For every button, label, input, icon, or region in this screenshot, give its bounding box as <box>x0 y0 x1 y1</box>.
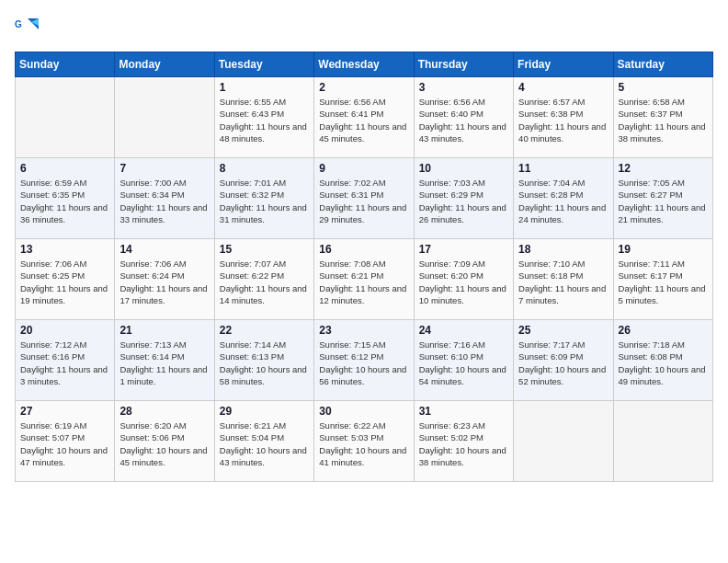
cell-info: Sunrise: 7:06 AM Sunset: 6:25 PM Dayligh… <box>20 258 109 306</box>
week-row-4: 20Sunrise: 7:12 AM Sunset: 6:16 PM Dayli… <box>16 320 713 401</box>
logo: G <box>15 15 44 40</box>
calendar-cell: 2Sunrise: 6:56 AM Sunset: 6:41 PM Daylig… <box>314 77 414 158</box>
week-row-3: 13Sunrise: 7:06 AM Sunset: 6:25 PM Dayli… <box>16 239 713 320</box>
calendar-cell: 20Sunrise: 7:12 AM Sunset: 6:16 PM Dayli… <box>16 320 115 401</box>
calendar-cell: 28Sunrise: 6:20 AM Sunset: 5:06 PM Dayli… <box>115 401 214 482</box>
day-number: 23 <box>319 324 408 337</box>
calendar-cell <box>514 401 613 482</box>
cell-info: Sunrise: 6:58 AM Sunset: 6:37 PM Dayligh… <box>619 96 708 144</box>
day-number: 21 <box>119 324 209 337</box>
cell-info: Sunrise: 7:08 AM Sunset: 6:21 PM Dayligh… <box>319 258 408 306</box>
calendar-cell: 12Sunrise: 7:05 AM Sunset: 6:27 PM Dayli… <box>613 158 712 239</box>
calendar-cell: 26Sunrise: 7:18 AM Sunset: 6:08 PM Dayli… <box>613 320 712 401</box>
day-number: 6 <box>20 162 109 175</box>
cell-info: Sunrise: 7:07 AM Sunset: 6:22 PM Dayligh… <box>220 258 309 306</box>
day-number: 8 <box>220 162 309 175</box>
day-number: 13 <box>20 243 109 256</box>
calendar-cell: 16Sunrise: 7:08 AM Sunset: 6:21 PM Dayli… <box>314 239 414 320</box>
cell-info: Sunrise: 6:22 AM Sunset: 5:03 PM Dayligh… <box>319 419 408 468</box>
day-number: 7 <box>119 162 209 175</box>
calendar-cell: 5Sunrise: 6:58 AM Sunset: 6:37 PM Daylig… <box>613 77 712 158</box>
cell-info: Sunrise: 6:56 AM Sunset: 6:40 PM Dayligh… <box>419 96 508 144</box>
day-number: 22 <box>220 324 309 337</box>
calendar-cell: 1Sunrise: 6:55 AM Sunset: 6:43 PM Daylig… <box>214 77 313 158</box>
calendar-cell: 22Sunrise: 7:14 AM Sunset: 6:13 PM Dayli… <box>214 320 313 401</box>
day-number: 20 <box>20 324 109 337</box>
day-number: 27 <box>20 405 109 418</box>
day-number: 14 <box>119 243 209 256</box>
cell-info: Sunrise: 6:19 AM Sunset: 5:07 PM Dayligh… <box>20 419 109 468</box>
calendar-cell: 4Sunrise: 6:57 AM Sunset: 6:38 PM Daylig… <box>514 77 613 158</box>
cell-info: Sunrise: 7:01 AM Sunset: 6:32 PM Dayligh… <box>220 177 309 225</box>
cell-info: Sunrise: 7:03 AM Sunset: 6:29 PM Dayligh… <box>419 177 508 225</box>
day-number: 29 <box>220 405 309 418</box>
cell-info: Sunrise: 6:23 AM Sunset: 5:02 PM Dayligh… <box>419 419 508 468</box>
logo-icon: G <box>15 15 40 40</box>
col-header-saturday: Saturday <box>613 52 712 77</box>
calendar-table: SundayMondayTuesdayWednesdayThursdayFrid… <box>15 52 713 482</box>
calendar-cell: 27Sunrise: 6:19 AM Sunset: 5:07 PM Dayli… <box>16 401 115 482</box>
cell-info: Sunrise: 7:15 AM Sunset: 6:12 PM Dayligh… <box>319 339 408 387</box>
day-number: 19 <box>619 243 708 256</box>
day-number: 24 <box>419 324 508 337</box>
cell-info: Sunrise: 7:05 AM Sunset: 6:27 PM Dayligh… <box>619 177 708 225</box>
day-number: 26 <box>619 324 708 337</box>
week-row-1: 1Sunrise: 6:55 AM Sunset: 6:43 PM Daylig… <box>16 77 713 158</box>
cell-info: Sunrise: 7:10 AM Sunset: 6:18 PM Dayligh… <box>518 258 608 306</box>
calendar-cell: 3Sunrise: 6:56 AM Sunset: 6:40 PM Daylig… <box>414 77 513 158</box>
cell-info: Sunrise: 7:09 AM Sunset: 6:20 PM Dayligh… <box>419 258 508 306</box>
calendar-cell: 19Sunrise: 7:11 AM Sunset: 6:17 PM Dayli… <box>613 239 712 320</box>
day-number: 12 <box>619 162 708 175</box>
calendar-cell <box>613 401 712 482</box>
cell-info: Sunrise: 7:00 AM Sunset: 6:34 PM Dayligh… <box>119 177 209 225</box>
day-number: 31 <box>419 405 508 418</box>
day-number: 28 <box>119 405 209 418</box>
day-number: 25 <box>518 324 608 337</box>
header-row: SundayMondayTuesdayWednesdayThursdayFrid… <box>16 52 713 77</box>
cell-info: Sunrise: 7:14 AM Sunset: 6:13 PM Dayligh… <box>220 339 309 387</box>
col-header-tuesday: Tuesday <box>214 52 313 77</box>
cell-info: Sunrise: 6:20 AM Sunset: 5:06 PM Dayligh… <box>119 419 209 468</box>
calendar-cell: 11Sunrise: 7:04 AM Sunset: 6:28 PM Dayli… <box>514 158 613 239</box>
cell-info: Sunrise: 7:13 AM Sunset: 6:14 PM Dayligh… <box>119 339 209 387</box>
calendar-cell: 8Sunrise: 7:01 AM Sunset: 6:32 PM Daylig… <box>214 158 313 239</box>
cell-info: Sunrise: 7:12 AM Sunset: 6:16 PM Dayligh… <box>20 339 109 387</box>
week-row-2: 6Sunrise: 6:59 AM Sunset: 6:35 PM Daylig… <box>16 158 713 239</box>
cell-info: Sunrise: 6:55 AM Sunset: 6:43 PM Dayligh… <box>220 96 309 144</box>
week-row-5: 27Sunrise: 6:19 AM Sunset: 5:07 PM Dayli… <box>16 401 713 482</box>
calendar-cell: 21Sunrise: 7:13 AM Sunset: 6:14 PM Dayli… <box>115 320 214 401</box>
calendar-cell <box>16 77 115 158</box>
calendar-cell <box>115 77 214 158</box>
calendar-cell: 6Sunrise: 6:59 AM Sunset: 6:35 PM Daylig… <box>16 158 115 239</box>
day-number: 9 <box>319 162 408 175</box>
day-number: 17 <box>419 243 508 256</box>
calendar-cell: 24Sunrise: 7:16 AM Sunset: 6:10 PM Dayli… <box>414 320 513 401</box>
calendar-cell: 9Sunrise: 7:02 AM Sunset: 6:31 PM Daylig… <box>314 158 414 239</box>
col-header-monday: Monday <box>115 52 214 77</box>
day-number: 2 <box>319 81 408 94</box>
calendar-cell: 15Sunrise: 7:07 AM Sunset: 6:22 PM Dayli… <box>214 239 313 320</box>
col-header-friday: Friday <box>514 52 613 77</box>
calendar-cell: 14Sunrise: 7:06 AM Sunset: 6:24 PM Dayli… <box>115 239 214 320</box>
svg-text:G: G <box>15 19 22 29</box>
cell-info: Sunrise: 7:02 AM Sunset: 6:31 PM Dayligh… <box>319 177 408 225</box>
cell-info: Sunrise: 7:11 AM Sunset: 6:17 PM Dayligh… <box>619 258 708 306</box>
calendar-cell: 10Sunrise: 7:03 AM Sunset: 6:29 PM Dayli… <box>414 158 513 239</box>
cell-info: Sunrise: 7:18 AM Sunset: 6:08 PM Dayligh… <box>619 339 708 387</box>
day-number: 15 <box>220 243 309 256</box>
day-number: 3 <box>419 81 508 94</box>
cell-info: Sunrise: 6:59 AM Sunset: 6:35 PM Dayligh… <box>20 177 109 225</box>
cell-info: Sunrise: 7:16 AM Sunset: 6:10 PM Dayligh… <box>419 339 508 387</box>
cell-info: Sunrise: 6:21 AM Sunset: 5:04 PM Dayligh… <box>220 419 309 468</box>
col-header-thursday: Thursday <box>414 52 513 77</box>
calendar-cell: 25Sunrise: 7:17 AM Sunset: 6:09 PM Dayli… <box>514 320 613 401</box>
cell-info: Sunrise: 7:04 AM Sunset: 6:28 PM Dayligh… <box>518 177 608 225</box>
cell-info: Sunrise: 6:56 AM Sunset: 6:41 PM Dayligh… <box>319 96 408 144</box>
cell-info: Sunrise: 7:17 AM Sunset: 6:09 PM Dayligh… <box>518 339 608 387</box>
calendar-cell: 30Sunrise: 6:22 AM Sunset: 5:03 PM Dayli… <box>314 401 414 482</box>
calendar-cell: 13Sunrise: 7:06 AM Sunset: 6:25 PM Dayli… <box>16 239 115 320</box>
day-number: 11 <box>518 162 608 175</box>
calendar-cell: 29Sunrise: 6:21 AM Sunset: 5:04 PM Dayli… <box>214 401 313 482</box>
col-header-wednesday: Wednesday <box>314 52 414 77</box>
calendar-cell: 23Sunrise: 7:15 AM Sunset: 6:12 PM Dayli… <box>314 320 414 401</box>
